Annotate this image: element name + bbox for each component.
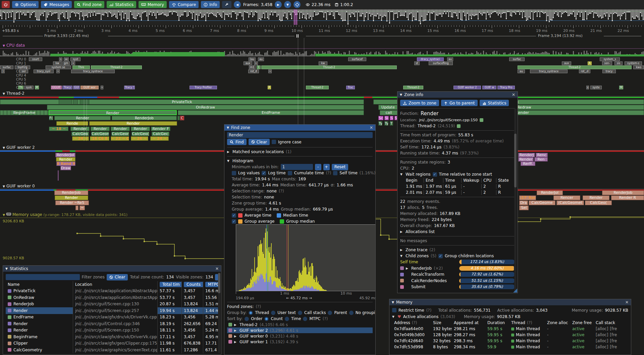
find-zone-window-titlebar[interactable]: ▼Find zone✕ (224, 125, 375, 131)
legend-checkbox[interactable]: ✓ (232, 213, 236, 218)
zone-trace-row[interactable]: ▶Zone trace(2) (400, 247, 515, 253)
find-zone-button[interactable]: Find zone (74, 1, 104, 8)
timeline-zone[interactable]: Render (111, 127, 130, 131)
restrict-time-checkbox[interactable]: ✓ (392, 308, 396, 312)
statistics-row[interactable]: Renderjni/../jni/src/guif/Control.cpp:34… (6, 320, 218, 327)
cpu-zone-chip[interactable]: surfac (0, 65, 13, 69)
find-button[interactable]: Find (227, 139, 247, 145)
cpu-zone-chip[interactable]: s (586, 86, 589, 89)
prev-frame-button[interactable]: ◀ (234, 1, 241, 8)
timeline-zone[interactable]: PrivateTick (0, 99, 364, 104)
child-zone-row[interactable]: Self time172.14 us (3.83%) (400, 259, 515, 265)
statistics-row[interactable]: RenderJobjni/../jni/src/guif/Screen.cpp:… (6, 301, 218, 308)
timeline-zone[interactable]: Si (384, 116, 389, 120)
timeline-zone[interactable]: 16 C6 8 (90, 136, 109, 141)
timeline-zone[interactable]: CalcGeome (529, 201, 555, 205)
cpu-zone-chip[interactable]: 1 (257, 65, 261, 69)
timeline-zone[interactable]: RenderJ (518, 153, 535, 157)
memory-usage-section-header[interactable]: ▼Memory usage (y-range: 178.27 KB, visib… (3, 212, 127, 217)
allocation-row[interactable]: 0x7dfc42d64032 bytes298.3 ms59.95 sMain … (392, 338, 628, 344)
group-by-parent-radio[interactable] (328, 311, 332, 315)
memory-button[interactable]: Memory (139, 1, 167, 8)
timeline-zone[interactable]: S (394, 116, 397, 120)
info-button[interactable]: Info (201, 1, 220, 8)
cpu-zone-chip[interactable]: tracy_systrace (530, 70, 568, 73)
timeline-zone[interactable] (58, 170, 59, 181)
found-zone-group-row[interactable]: ▶GUIF worker 0(3,231) 4.48 s (227, 333, 373, 339)
bin-minus-button[interactable]: - (315, 164, 321, 170)
cpu-zone-chip[interactable]: A (268, 86, 271, 89)
cpu-data-section-header[interactable]: ▼CPU data (3, 43, 25, 48)
compare-button[interactable]: Compare (169, 1, 199, 8)
sort-by-count-radio[interactable] (264, 317, 269, 321)
cpu-zone-chip[interactable]: system-s (625, 61, 642, 65)
cpu-zone-chip[interactable]: ~ (56, 70, 60, 73)
statistics-window-titlebar[interactable]: ▼Statistics✕ (3, 266, 221, 272)
statistics-row[interactable]: Renderjni/../jni/src/guif/Screen.cpp:150… (6, 327, 218, 334)
timeline-zone[interactable]: Render (55, 195, 88, 200)
cpu-zone-chip[interactable]: sis (614, 61, 623, 65)
zoom-to-zone-button[interactable]: Zoom to zone (400, 100, 439, 106)
cpu-zone-chip[interactable]: s (254, 61, 258, 65)
cpu-zone-chip[interactable]: GUIF worker 2 (453, 86, 481, 89)
cpu-zone-chip[interactable]: Thread-2 (518, 65, 632, 69)
statistics-button[interactable]: Statistics (107, 1, 136, 8)
cpu-zone-chip[interactable]: ~ (268, 70, 272, 73)
timeline-zone[interactable]: Rerff. (521, 162, 535, 166)
cpu-zone-chip[interactable]: toptl2g (15, 65, 30, 69)
sort-by-time-radio[interactable] (285, 317, 289, 321)
timeline-zone[interactable]: Render ~Re5 (55, 201, 89, 205)
timeline-zone[interactable] (59, 99, 72, 104)
timeline-zone[interactable]: ~ 22 ~ C (111, 136, 129, 141)
statistics-button[interactable]: Statistics (480, 100, 509, 106)
allocation-row[interactable]: 0x7dfaa64e00192 bytes298.21 ms59.95 sMai… (392, 326, 628, 332)
cpu-zone-chip[interactable]: Thre (72, 65, 90, 69)
cpu-zone-chip[interactable]: syste (590, 86, 602, 89)
timeline-zone[interactable]: -17' RerS (519, 195, 536, 200)
cpu-zone-chip[interactable]: syst (70, 57, 80, 61)
cpu-zone-chip[interactable]: tracy_systrace (71, 70, 115, 73)
timeline-zone[interactable]: Render (91, 127, 110, 131)
timeline-zone[interactable]: CalcGeo( (131, 132, 149, 136)
timeline-zone[interactable]: Render (54, 116, 111, 120)
timeline-zone[interactable]: call (380, 110, 398, 115)
scrollbar-thumb[interactable] (218, 273, 220, 293)
thread-2-section-header[interactable]: ▼Thread-2 (3, 91, 24, 96)
timeline-zone[interactable]: Update (378, 105, 398, 110)
timeline-zone[interactable]: ~ 18 ~ (49, 127, 68, 131)
cpu-zone-chip[interactable]: ser (19, 70, 28, 73)
cpu-zone-chip[interactable]: Tracy ! (124, 86, 135, 89)
timeline-zone[interactable]: ~ (79, 206, 85, 210)
timeline-zone[interactable]: Ren (534, 157, 548, 162)
cpu-zone-chip[interactable]: au (447, 57, 453, 61)
timeline-zone[interactable]: RenderJob (602, 190, 644, 195)
allocation-row[interactable]: 0x7dfc53d9988 bytes298.34 ms59.9Main thr… (392, 344, 628, 350)
timeline-zone[interactable]: Dra (519, 201, 528, 205)
allocations-list-row[interactable]: ▶Allocations list (400, 229, 515, 235)
cpu-zone-chip[interactable]: au (518, 70, 525, 73)
timeline-zone[interactable]: Render R (611, 195, 644, 200)
cpu-zone-chip[interactable]: se (64, 57, 69, 61)
statistics-row[interactable]: Renderjni/../jni/src/guif/Screen.cpp:257… (6, 307, 218, 314)
cpu-zone-chip[interactable]: GUIF w (482, 86, 496, 89)
statistics-row[interactable]: PrivateTickjni/../jni/src/claw/applicati… (6, 288, 218, 295)
reset-button[interactable]: Reset (332, 164, 348, 170)
sort-total-time-button[interactable]: Total tim (160, 282, 181, 287)
memory-window-titlebar[interactable]: ▼Memory✕ (389, 299, 631, 305)
allocation-row[interactable]: 0x7e049b3d00128 bytes298.27 ms59.95 sMai… (392, 332, 628, 338)
timeline-zone[interactable] (73, 99, 78, 104)
timeline-zone[interactable]: Sel (519, 206, 529, 210)
close-icon[interactable]: ✕ (625, 300, 629, 305)
frame-overview-strip[interactable] (0, 9, 644, 25)
cpu-zone-chip[interactable]: (au (249, 57, 256, 61)
statistics-row[interactable]: CalcGeometryjni/../jni/src/claw/graphics… (6, 347, 218, 353)
sort-counts-button[interactable]: Counts (184, 282, 203, 287)
cpu-zone-chip[interactable]: au (258, 57, 264, 61)
cpu-zone-chip[interactable]: aux (244, 61, 252, 65)
cpu-zone-chip[interactable]: s (71, 61, 75, 65)
guif-worker-2-section-header[interactable]: ▼GUIF worker 2 (3, 145, 35, 150)
statistics-row[interactable]: OnRedrawjni/../jni/src/claw/application/… (6, 294, 218, 301)
cpu-zone-chip[interactable]: Thread-2 (91, 65, 142, 69)
next-frame-button[interactable]: ▶ (275, 1, 282, 8)
timeline-zone[interactable]: RenderJob (54, 190, 88, 195)
